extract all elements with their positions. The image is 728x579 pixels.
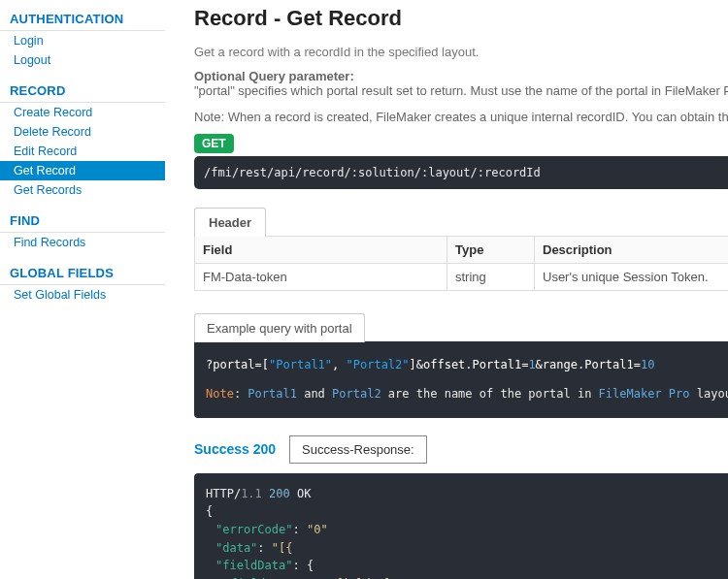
tab-example-query[interactable]: Example query with portal [194,313,365,342]
sidebar-item-logout[interactable]: Logout [0,50,165,70]
page-title: Record - Get Record [194,6,728,31]
sidebar: AUTHENTICATION Login Logout RECORD Creat… [0,0,165,579]
sidebar-heading-find: FIND [0,208,165,233]
cell-type: string [447,264,535,291]
sidebar-section-authentication: AUTHENTICATION Login Logout [0,6,165,70]
record-id-note: Note: When a record is created, FileMake… [194,110,728,124]
main-content: Record - Get Record Get a record with a … [165,0,728,579]
header-params-table: Field Type Description FM-Data-token str… [194,236,728,291]
sidebar-item-find-records[interactable]: Find Records [0,233,165,252]
page-description: Get a record with a recordId in the spec… [194,45,728,59]
sidebar-item-login[interactable]: Login [0,31,165,50]
success-200-label[interactable]: Success 200 [194,441,276,457]
table-row: FM-Data-token string User's unique Sessi… [195,264,729,291]
sidebar-item-get-record[interactable]: Get Record [0,161,165,180]
optional-param-label: Optional Query parameter: [194,69,728,83]
cell-field: FM-Data-token [195,264,447,291]
optional-param-block: Optional Query parameter: "portal" speci… [194,69,728,98]
sidebar-section-find: FIND Find Records [0,208,165,252]
sidebar-item-get-records[interactable]: Get Records [0,180,165,200]
endpoint-bar: /fmi/rest/api/record/:solution/:layout/:… [194,156,728,189]
sidebar-item-edit-record[interactable]: Edit Record [0,142,165,161]
tab-header[interactable]: Header [194,208,266,237]
optional-param-text: "portal" specifies which portal result s… [194,83,728,98]
col-description: Description [535,237,729,264]
sidebar-section-global-fields: GLOBAL FIELDS Set Global Fields [0,260,165,305]
example-query-block: ?portal=["Portal1", "Portal2"]&offset.Po… [194,341,728,418]
col-field: Field [195,237,447,264]
tab-success-response[interactable]: Success-Response: [289,435,427,464]
endpoint-path: /fmi/rest/api/record/:solution/:layout/:… [204,166,541,179]
example-query-line: ?portal=["Portal1", "Portal2"]&offset.Po… [206,355,728,374]
success-row: Success 200 Success-Response: [194,435,728,464]
cell-desc: User's unique Session Token. [535,264,729,291]
example-note-line: Note: Portal1 and Portal2 are the name o… [206,384,728,403]
sidebar-heading-global-fields: GLOBAL FIELDS [0,260,165,285]
sidebar-item-create-record[interactable]: Create Record [0,103,165,122]
success-response-block: HTTP/1.1 200 OK { "errorCode": "0" "data… [194,473,728,579]
sidebar-heading-authentication: AUTHENTICATION [0,6,165,31]
sidebar-item-set-global-fields[interactable]: Set Global Fields [0,285,165,305]
sidebar-item-delete-record[interactable]: Delete Record [0,122,165,142]
http-method-badge: GET [194,134,234,153]
col-type: Type [447,237,535,264]
sidebar-heading-record: RECORD [0,78,165,103]
sidebar-section-record: RECORD Create Record Delete Record Edit … [0,78,165,200]
